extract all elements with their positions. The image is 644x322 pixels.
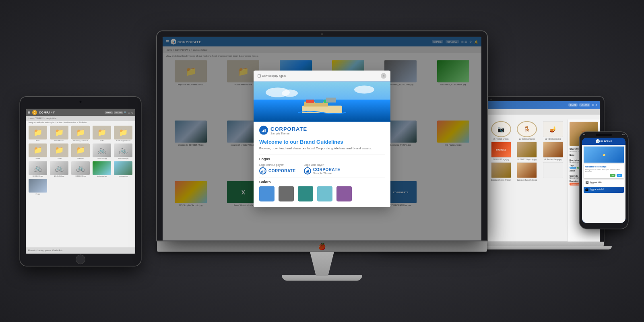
company-thumb-bike1: 🚲: [93, 143, 111, 157]
company-item-public[interactable]: 📁 Public Digital Folder: [114, 126, 133, 142]
brand-guidelines-modal: Don't display again ×: [254, 70, 390, 207]
biz-item-lamp[interactable]: 🪔 2L Table Lamps.jpg: [541, 121, 565, 140]
fc-mobile-list-item-1[interactable]: 🖼 Corporate folder 3.4 MB: [584, 180, 624, 186]
biz-settings-icon[interactable]: ⚙: [595, 103, 597, 107]
company-thumb-bike4: 🚲: [50, 161, 68, 175]
biz-thumb-lamp: 🪔: [543, 121, 563, 137]
fc-mobile-ok-btn[interactable]: OK: [617, 174, 622, 177]
fc-mobile-logo-icon: 📊: [596, 139, 600, 143]
ipad-screen: ☰ C COMPANY SHARE UPLOAD 🔍 ⊞ ⚙ Home > CO…: [26, 109, 135, 254]
bike2-icon: 🚲: [119, 146, 128, 155]
svg-rect-10: [262, 170, 263, 172]
company-upload-btn[interactable]: UPLOAD: [114, 111, 123, 114]
modal-welcome-heading: Welcome to our Brand Guidelines: [254, 136, 390, 146]
color-swatch-purple: [336, 186, 352, 201]
fc-mobile-logo: 📊 FILECAMP: [596, 139, 612, 143]
company-thumb-public: 📁: [114, 126, 132, 139]
biz-thumb-chair7: [491, 162, 511, 178]
tag-furniture[interactable]: furniture: [570, 167, 576, 169]
imac-device: ☰ 📊 CORPORATE SHARE UPLOAD ⊞ ☰ ⚙ 🔔 Home …: [157, 31, 487, 281]
biz-view-icon[interactable]: ⊞: [592, 103, 594, 107]
company-item-bike4[interactable]: 🚲 10100-019.jpg: [49, 161, 69, 177]
iphone-time: 9:41: [583, 134, 586, 136]
iphone-bezel: 9:41 ●●● 📊 FILECAMP 📁: [580, 132, 628, 229]
iphone-device: 9:41 ●●● 📊 FILECAMP 📁: [580, 132, 628, 229]
company-label-city: city.jpg: [35, 193, 40, 195]
fc-mobile-yes-btn[interactable]: Yes: [610, 174, 616, 177]
ipad-home-button[interactable]: [76, 254, 85, 264]
biz-thumb-chair4: [543, 142, 563, 158]
ipad-bezel: ☰ C COMPANY SHARE UPLOAD 🔍 ⊞ ⚙ Home > CO…: [20, 97, 141, 266]
company-item-share[interactable]: 📁 Share: [28, 143, 47, 159]
biz-item-chair4[interactable]: 4L Pendant Lamp.jpg: [541, 142, 565, 161]
company-item-bike3[interactable]: 🚲 10100-019.jpg: [28, 161, 47, 177]
modal-logo-text-group: CORPORATE Sample Theme: [270, 126, 307, 134]
company-item-nature1[interactable]: landscape.jpg: [92, 161, 112, 177]
fc-mobile-list-item-2[interactable]: 🏔 filecamp_waterfall 1.2 MB: [584, 187, 624, 193]
fc-mobile-card-body: Here you could write a description that …: [585, 169, 622, 173]
fc-mobile-preview-bg: 📁: [584, 147, 624, 163]
company-view-icon[interactable]: ⊞: [128, 111, 130, 114]
biz-label-chair8: Jacobsen Swan Sofa.jpg: [517, 179, 537, 181]
modal-close-button[interactable]: ×: [381, 73, 386, 78]
biz-upload-btn[interactable]: UPLOAD: [579, 103, 590, 107]
dont-show-checkbox[interactable]: [258, 74, 261, 77]
biz-item-camera[interactable]: 📷 15 Product Groups: [489, 121, 513, 140]
company-label-nature2: mountain.jpg: [119, 175, 128, 177]
fc-mobile-preview: 📁: [584, 147, 624, 163]
svg-rect-7: [263, 130, 264, 132]
fc-mobile-notification-card: Welcome to Filecamp! Here you could writ…: [584, 164, 624, 178]
modal-logo2-text-group: CORPORATE Sample Theme: [313, 167, 341, 174]
folder-icon-watches: 📁: [76, 146, 85, 155]
svg-rect-11: [264, 169, 264, 172]
company-label-bike1: 10100-019.jpg: [97, 157, 107, 159]
company-label-public: Public Digital Folder: [116, 140, 131, 142]
fc-mobile-item-meta-1: 3.4 MB: [590, 183, 602, 185]
company-thumb-bike2: 🚲: [114, 143, 132, 157]
biz-item-chair3[interactable]: BUSINESS logo big.jpg: [515, 142, 539, 161]
company-thumb-bike3: 🚲: [29, 161, 47, 175]
company-item-city[interactable]: city.jpg: [28, 179, 47, 195]
modal-logo2-text: CORPORATE: [313, 167, 341, 171]
company-breadcrumb-text: Home > COMPANY > sample folder: [28, 118, 57, 120]
company-item-nature2[interactable]: mountain.jpg: [114, 161, 133, 177]
iphone-status-bar: 9:41 ●●●: [580, 132, 628, 136]
company-item-marketing[interactable]: 📁 Marketing Collateral: [70, 126, 90, 142]
modal-corporate-name: CORPORATE: [270, 126, 307, 132]
company-thumb-bike5: 🚲: [71, 161, 90, 175]
iphone-status-icons: ●●●: [622, 134, 625, 136]
biz-share-btn[interactable]: SHARE: [568, 103, 578, 107]
svg-rect-5: [326, 97, 336, 102]
company-item-pdfs[interactable]: 📁 PDFs: [92, 126, 112, 142]
ipad-camera: [80, 101, 82, 103]
company-breadcrumb: Home > COMPANY > sample folder: [26, 116, 135, 121]
company-search-icon[interactable]: 🔍: [124, 111, 127, 114]
company-item-bike2[interactable]: 🚲 10100-019.jpg: [114, 143, 133, 159]
biz-item-chair8[interactable]: Jacobsen Swan Sofa.jpg: [515, 162, 539, 181]
biz-item-chair7[interactable]: Jacobsen Series 7 Chair: [489, 162, 513, 181]
camera-icon: 📷: [497, 126, 504, 132]
svg-rect-13: [307, 170, 308, 172]
modal-overlay: Don't display again ×: [163, 37, 481, 241]
biz-label-chair7: Jacobsen Series 7 Chair: [491, 179, 511, 181]
modal-logo1-label: Logo without payoff: [259, 163, 296, 166]
modal-colors-row: [259, 186, 385, 201]
company-item-bikes[interactable]: 📁 Bikes: [28, 126, 47, 142]
biz-item-person[interactable]: 🪑 2L Table Lamps.jpg: [515, 121, 539, 140]
company-thumb-nature1: [93, 161, 111, 175]
company-item-tickets[interactable]: 📁 Tickets: [49, 143, 69, 159]
company-item-bike1[interactable]: 🚲 10100-019.jpg: [92, 143, 112, 159]
biz-item-business-logo[interactable]: BUSINESS BUSINESS logo.jpg: [489, 142, 513, 161]
company-item-bike5[interactable]: 🚲 10100-019.jpg: [70, 161, 90, 177]
company-settings-icon[interactable]: ⚙: [131, 111, 133, 114]
company-item-brandbooks[interactable]: 📁 Brand Books: [49, 126, 69, 142]
modal-brand-icon: [259, 126, 268, 134]
fc-mobile-file-list: 🖼 Corporate folder 3.4 MB 🏔 filecamp_wat…: [584, 180, 624, 193]
modal-logos-title: Logos: [259, 157, 385, 161]
folder-icon-marketing: 📁: [76, 128, 85, 137]
company-item-watches[interactable]: 📁 Watches: [70, 143, 90, 159]
company-hamburger-icon[interactable]: ☰: [28, 111, 30, 114]
company-thumb-city: [29, 179, 47, 192]
company-share-btn[interactable]: SHARE: [105, 111, 113, 114]
company-brand-name: COMPANY: [39, 111, 55, 114]
